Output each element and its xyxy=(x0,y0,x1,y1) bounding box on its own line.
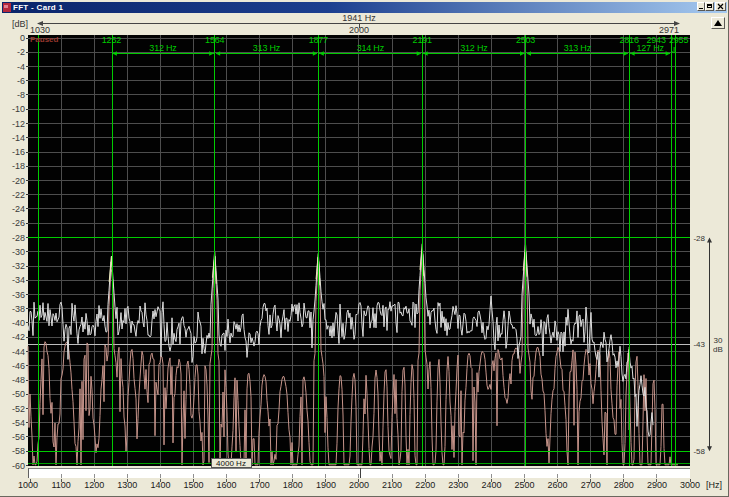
svg-text:2900: 2900 xyxy=(647,480,667,490)
svg-text:-54: -54 xyxy=(12,418,25,428)
svg-text:-58: -58 xyxy=(693,447,705,456)
svg-text:-56: -56 xyxy=(12,432,25,442)
svg-text:1252: 1252 xyxy=(102,35,121,45)
svg-text:-30: -30 xyxy=(12,247,25,257)
svg-text:1500: 1500 xyxy=(183,480,203,490)
svg-text:-20: -20 xyxy=(12,176,25,186)
svg-text:-4: -4 xyxy=(17,62,25,72)
svg-text:-28: -28 xyxy=(693,234,705,243)
svg-text:2500: 2500 xyxy=(514,480,534,490)
svg-text:1100: 1100 xyxy=(51,480,70,490)
svg-text:1030: 1030 xyxy=(30,25,50,35)
svg-text:2955: 2955 xyxy=(669,35,688,45)
svg-text:2600: 2600 xyxy=(548,480,568,490)
svg-text:1200: 1200 xyxy=(84,480,104,490)
svg-text:312 Hz: 312 Hz xyxy=(460,43,488,53)
svg-text:-16: -16 xyxy=(12,147,25,157)
svg-text:-44: -44 xyxy=(12,347,25,357)
svg-text:4000 Hz: 4000 Hz xyxy=(216,459,246,468)
svg-text:-26: -26 xyxy=(12,218,25,228)
svg-text:-24: -24 xyxy=(12,204,25,214)
svg-text:2700: 2700 xyxy=(581,480,601,490)
svg-text:1400: 1400 xyxy=(150,480,170,490)
svg-text:-36: -36 xyxy=(12,290,25,300)
svg-text:-18: -18 xyxy=(12,161,25,171)
svg-text:dB: dB xyxy=(713,345,723,354)
svg-text:[dB]: [dB] xyxy=(12,19,28,29)
svg-text:314 Hz: 314 Hz xyxy=(357,43,385,53)
svg-text:-38: -38 xyxy=(12,304,25,314)
svg-text:-2: -2 xyxy=(17,47,25,57)
svg-text:-58: -58 xyxy=(12,446,25,456)
svg-text:1800: 1800 xyxy=(283,480,303,490)
svg-text:-50: -50 xyxy=(12,389,25,399)
svg-text:-42: -42 xyxy=(12,332,25,342)
svg-text:[Hz]: [Hz] xyxy=(706,480,722,490)
svg-text:2191: 2191 xyxy=(413,35,432,45)
svg-text:0: 0 xyxy=(20,33,25,43)
svg-text:2100: 2100 xyxy=(382,480,402,490)
svg-text:-60: -60 xyxy=(12,461,25,471)
svg-text:Paused: Paused xyxy=(30,35,59,44)
svg-text:-12: -12 xyxy=(12,119,25,129)
svg-text:-22: -22 xyxy=(12,190,25,200)
svg-text:1877: 1877 xyxy=(309,35,328,45)
svg-text:1941 Hz: 1941 Hz xyxy=(342,13,376,23)
svg-text:30: 30 xyxy=(714,336,723,345)
svg-text:2200: 2200 xyxy=(415,480,435,490)
svg-text:1000: 1000 xyxy=(18,480,38,490)
svg-text:-40: -40 xyxy=(12,318,25,328)
svg-text:1900: 1900 xyxy=(316,480,336,490)
svg-text:-10: -10 xyxy=(12,104,25,114)
svg-text:-46: -46 xyxy=(12,361,25,371)
svg-text:-52: -52 xyxy=(12,404,25,414)
svg-text:-48: -48 xyxy=(12,375,25,385)
svg-text:2503: 2503 xyxy=(516,35,535,45)
svg-text:2971: 2971 xyxy=(659,25,679,35)
svg-text:2400: 2400 xyxy=(481,480,501,490)
svg-text:313 Hz: 313 Hz xyxy=(253,43,281,53)
svg-text:2000: 2000 xyxy=(349,480,369,490)
svg-text:2000: 2000 xyxy=(349,25,369,35)
svg-text:-28: -28 xyxy=(12,233,25,243)
svg-text:1300: 1300 xyxy=(117,480,137,490)
svg-text:-8: -8 xyxy=(17,90,25,100)
svg-text:3000: 3000 xyxy=(680,480,700,490)
svg-text:312 Hz: 312 Hz xyxy=(149,43,177,53)
svg-text:-6: -6 xyxy=(17,76,25,86)
svg-text:2800: 2800 xyxy=(614,480,634,490)
svg-text:1600: 1600 xyxy=(217,480,237,490)
svg-text:-32: -32 xyxy=(12,261,25,271)
svg-text:1564: 1564 xyxy=(205,35,224,45)
svg-text:313 Hz: 313 Hz xyxy=(564,43,592,53)
svg-text:1700: 1700 xyxy=(250,480,270,490)
svg-text:-14: -14 xyxy=(12,133,25,143)
svg-text:-43: -43 xyxy=(693,340,705,349)
svg-text:127 Hz: 127 Hz xyxy=(636,43,664,53)
svg-text:-34: -34 xyxy=(12,275,25,285)
svg-text:2300: 2300 xyxy=(448,480,468,490)
